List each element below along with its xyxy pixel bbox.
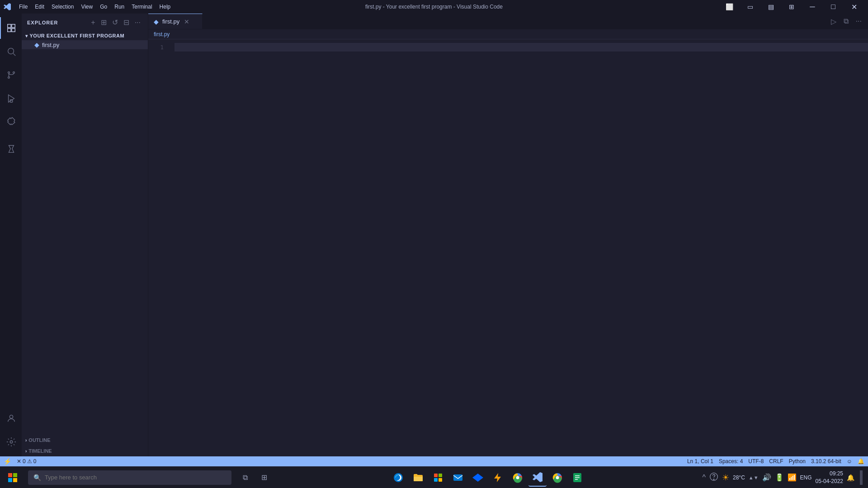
status-remote[interactable]: ⚡: [4, 458, 11, 465]
activity-accounts[interactable]: [0, 408, 22, 429]
minimize-button[interactable]: ─: [802, 0, 823, 14]
tray-notifications-icon[interactable]: 🔔: [847, 474, 854, 481]
outline-chevron: ›: [25, 438, 27, 443]
breadcrumb: first.py: [148, 29, 868, 39]
layout-icon-1[interactable]: ⬜: [719, 0, 740, 14]
clock-date: 05-04-2022: [816, 478, 843, 485]
sidebar-more[interactable]: ···: [133, 17, 142, 28]
activity-run-debug[interactable]: [0, 88, 22, 109]
layout-icon-4[interactable]: ⊞: [781, 0, 802, 14]
menu-file[interactable]: File: [15, 2, 31, 12]
close-button[interactable]: ✕: [844, 0, 864, 14]
activity-extensions[interactable]: [0, 111, 22, 133]
timeline-panel[interactable]: › TIMELINE: [22, 446, 148, 456]
status-spaces[interactable]: Spaces: 4: [719, 458, 743, 465]
taskbar-chrome2-icon[interactable]: [548, 469, 566, 487]
taskbar-vscode-icon[interactable]: [528, 469, 547, 487]
status-python-version[interactable]: 3.10.2 64-bit: [811, 458, 841, 465]
activity-testing[interactable]: [0, 138, 22, 160]
code-area[interactable]: [171, 39, 868, 456]
sidebar-bottom: › OUTLINE › TIMELINE: [22, 435, 148, 456]
folder-section: ▾ YOUR EXCELLENT FIRST PROGRAM ◆ first.p…: [22, 31, 148, 435]
status-errors[interactable]: ✕ 0 ⚠ 0: [17, 458, 36, 465]
activity-settings[interactable]: [0, 431, 22, 453]
taskbar-search-input[interactable]: [45, 474, 226, 481]
sidebar-refresh[interactable]: ↺: [110, 17, 120, 28]
status-bar: ⚡ ✕ 0 ⚠ 0 Ln 1, Col 1 Spaces: 4 UTF-8 CR…: [0, 456, 868, 466]
widgets-button[interactable]: ⊞: [255, 469, 273, 487]
svg-rect-16: [13, 478, 17, 482]
taskbar-lightning-icon[interactable]: [489, 469, 507, 487]
taskbar-edge-icon[interactable]: [389, 469, 407, 487]
sidebar-new-folder[interactable]: ⊞: [99, 17, 108, 28]
sidebar-new-file[interactable]: +: [89, 17, 97, 28]
menu-run[interactable]: Run: [111, 2, 128, 12]
taskbar-dropbox-icon[interactable]: [469, 469, 487, 487]
tray-battery-icon[interactable]: 🔋: [775, 473, 784, 482]
layout-icon-3[interactable]: ▤: [760, 0, 781, 14]
maximize-button[interactable]: □: [823, 0, 844, 14]
menu-view[interactable]: View: [77, 2, 96, 12]
outline-panel[interactable]: › OUTLINE: [22, 435, 148, 446]
taskbar-mail-icon[interactable]: [449, 469, 467, 487]
status-encoding[interactable]: UTF-8: [748, 458, 764, 465]
tray-expand-icon[interactable]: ^: [702, 474, 706, 482]
start-button[interactable]: [2, 467, 24, 488]
vscode-icon: [4, 3, 11, 10]
menu-edit[interactable]: Edit: [31, 2, 48, 12]
status-language[interactable]: Python: [789, 458, 806, 465]
tab-firstpy[interactable]: ◆ first.py ✕: [148, 14, 203, 29]
window-controls: ⬜ ▭ ▤ ⊞ ─ □ ✕: [719, 0, 864, 14]
taskbar-apps: [274, 469, 701, 487]
svg-point-4: [8, 48, 14, 54]
taskbar: 🔍 ⧉ ⊞: [0, 466, 868, 488]
sidebar-collapse[interactable]: ⊟: [122, 17, 131, 28]
tray-weather-icon[interactable]: ☀: [722, 473, 729, 483]
titlebar: File Edit Selection View Go Run Terminal…: [0, 0, 868, 14]
activity-source-control[interactable]: [0, 64, 22, 86]
tray-volume-icon[interactable]: 🔊: [762, 473, 771, 482]
more-actions-button[interactable]: ···: [853, 16, 864, 26]
windows-start-icon: [8, 473, 17, 482]
status-position[interactable]: Ln 1, Col 1: [687, 458, 713, 465]
editor[interactable]: 1: [148, 39, 868, 456]
tray-show-desktop[interactable]: [860, 470, 863, 485]
menu-terminal[interactable]: Terminal: [128, 2, 156, 12]
split-editor-button[interactable]: ⧉: [841, 16, 851, 26]
status-feedback[interactable]: ☺: [847, 458, 852, 465]
menu-selection[interactable]: Selection: [48, 2, 77, 12]
file-name-firstpy: first.py: [42, 42, 59, 48]
svg-point-32: [713, 479, 714, 480]
taskbar-fileexplorer-icon[interactable]: [409, 469, 427, 487]
taskbar-system-tray: ^ ☀ 28°C ▲▼ 🔊 🔋 📶 ENG 09:25 0: [702, 470, 866, 485]
menu-go[interactable]: Go: [96, 2, 111, 12]
file-item-firstpy[interactable]: ◆ first.py: [22, 40, 148, 49]
error-icon: ✕: [17, 458, 21, 465]
task-view-button[interactable]: ⧉: [236, 469, 254, 487]
main-layout: Explorer + ⊞ ↺ ⊟ ··· ▾ YOUR EXCELLENT FI…: [0, 14, 868, 456]
activity-explorer[interactable]: [0, 17, 22, 39]
activity-bar: [0, 14, 22, 456]
titlebar-left: File Edit Selection View Go Run Terminal…: [4, 2, 174, 12]
layout-icon-2[interactable]: ▭: [740, 0, 760, 14]
tab-close-icon[interactable]: ✕: [183, 18, 190, 25]
timeline-label: TIMELINE: [28, 448, 52, 454]
activity-search[interactable]: [0, 41, 22, 62]
remote-icon: ⚡: [4, 458, 11, 465]
tray-help-icon[interactable]: [709, 472, 718, 483]
tray-language[interactable]: ENG: [800, 474, 812, 481]
taskbar-clock[interactable]: 09:25 05-04-2022: [816, 470, 843, 485]
status-notifications[interactable]: 🔔: [858, 458, 864, 465]
taskbar-search[interactable]: 🔍: [28, 470, 231, 485]
tab-file-dot: ◆: [154, 18, 159, 25]
menu-help[interactable]: Help: [156, 2, 175, 12]
run-button[interactable]: ▷: [828, 16, 839, 27]
taskbar-chrome-icon[interactable]: [509, 469, 527, 487]
menu-bar: File Edit Selection View Go Run Terminal…: [15, 2, 174, 12]
taskbar-store-icon[interactable]: [429, 469, 447, 487]
breadcrumb-file[interactable]: first.py: [154, 31, 170, 38]
status-line-ending[interactable]: CRLF: [769, 458, 783, 465]
tray-wifi-icon[interactable]: 📶: [788, 473, 797, 482]
taskbar-sheets-icon[interactable]: [568, 469, 586, 487]
folder-header[interactable]: ▾ YOUR EXCELLENT FIRST PROGRAM: [22, 31, 148, 40]
